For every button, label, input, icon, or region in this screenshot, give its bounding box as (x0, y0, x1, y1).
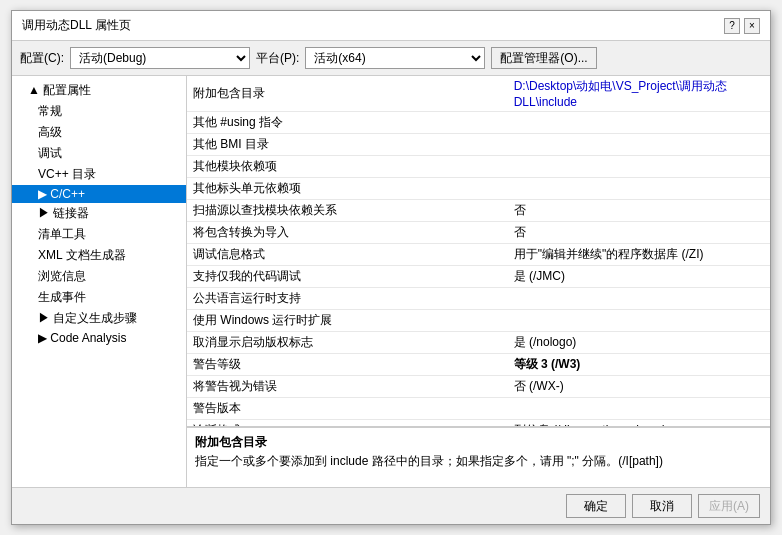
prop-value (508, 156, 770, 178)
prop-value (508, 288, 770, 310)
table-row[interactable]: 将包含转换为导入否 (187, 222, 770, 244)
prop-value: 否 (508, 200, 770, 222)
prop-name: 调试信息格式 (187, 244, 508, 266)
prop-value (508, 112, 770, 134)
prop-name: 其他 BMI 目录 (187, 134, 508, 156)
config-label: 配置(C): (20, 50, 64, 67)
table-row[interactable]: 将警告视为错误否 (/WX-) (187, 376, 770, 398)
help-button[interactable]: ? (724, 18, 740, 34)
property-table: 附加包含目录D:\Desktop\动如电\VS_Project\调用动态DLL\… (187, 76, 770, 427)
dialog-title: 调用动态DLL 属性页 (22, 17, 131, 34)
prop-name: 扫描源以查找模块依赖关系 (187, 200, 508, 222)
tree-item-browse-info[interactable]: 浏览信息 (12, 266, 186, 287)
prop-name: 公共语言运行时支持 (187, 288, 508, 310)
prop-value: 等级 3 (/W3) (508, 354, 770, 376)
tree-item-cpp[interactable]: ▶ C/C++ (12, 185, 186, 203)
prop-name: 警告等级 (187, 354, 508, 376)
table-row[interactable]: 诊断格式列信息 (/diagnostics:column) (187, 420, 770, 428)
cancel-button[interactable]: 取消 (632, 494, 692, 518)
table-row[interactable]: 其他模块依赖项 (187, 156, 770, 178)
prop-value (508, 178, 770, 200)
bottom-bar: 确定 取消 应用(A) (12, 487, 770, 524)
description-panel: 附加包含目录 指定一个或多个要添加到 include 路径中的目录；如果指定多个… (187, 427, 770, 487)
table-row[interactable]: 附加包含目录D:\Desktop\动如电\VS_Project\调用动态DLL\… (187, 76, 770, 112)
apply-button[interactable]: 应用(A) (698, 494, 760, 518)
tree-item-custom-build[interactable]: ▶ 自定义生成步骤 (12, 308, 186, 329)
right-panel: 附加包含目录D:\Desktop\动如电\VS_Project\调用动态DLL\… (187, 76, 770, 487)
table-row[interactable]: 调试信息格式用于"编辑并继续"的程序数据库 (/ZI) (187, 244, 770, 266)
table-row[interactable]: 取消显示启动版权标志是 (/nologo) (187, 332, 770, 354)
platform-select[interactable]: 活动(x64) (305, 47, 485, 69)
tree-item-general[interactable]: 常规 (12, 101, 186, 122)
table-row[interactable]: 使用 Windows 运行时扩展 (187, 310, 770, 332)
tree-item-debug[interactable]: 调试 (12, 143, 186, 164)
table-row[interactable]: 警告等级等级 3 (/W3) (187, 354, 770, 376)
prop-value: 列信息 (/diagnostics:column) (508, 420, 770, 428)
prop-name: 警告版本 (187, 398, 508, 420)
table-row[interactable]: 其他 BMI 目录 (187, 134, 770, 156)
main-content: ▲ 配置属性常规高级调试VC++ 目录▶ C/C++▶ 链接器清单工具XML 文… (12, 76, 770, 487)
prop-name: 使用 Windows 运行时扩展 (187, 310, 508, 332)
prop-name: 其他模块依赖项 (187, 156, 508, 178)
prop-value: 用于"编辑并继续"的程序数据库 (/ZI) (508, 244, 770, 266)
prop-name: 其他 #using 指令 (187, 112, 508, 134)
table-row[interactable]: 公共语言运行时支持 (187, 288, 770, 310)
desc-title: 附加包含目录 (195, 434, 762, 451)
ok-button[interactable]: 确定 (566, 494, 626, 518)
properties-grid: 附加包含目录D:\Desktop\动如电\VS_Project\调用动态DLL\… (187, 76, 770, 427)
tree-item-vc-dirs[interactable]: VC++ 目录 (12, 164, 186, 185)
tree-item-advanced[interactable]: 高级 (12, 122, 186, 143)
title-buttons: ? × (724, 18, 760, 34)
prop-value: 是 (/JMC) (508, 266, 770, 288)
left-panel: ▲ 配置属性常规高级调试VC++ 目录▶ C/C++▶ 链接器清单工具XML 文… (12, 76, 187, 487)
prop-name: 附加包含目录 (187, 76, 508, 112)
prop-value: 是 (/nologo) (508, 332, 770, 354)
prop-value (508, 134, 770, 156)
tree-item-xml-gen[interactable]: XML 文档生成器 (12, 245, 186, 266)
prop-name: 将包含转换为导入 (187, 222, 508, 244)
table-row[interactable]: 其他标头单元依赖项 (187, 178, 770, 200)
platform-label: 平台(P): (256, 50, 299, 67)
dialog: 调用动态DLL 属性页 ? × 配置(C): 活动(Debug) 平台(P): … (11, 10, 771, 525)
prop-name: 其他标头单元依赖项 (187, 178, 508, 200)
config-select[interactable]: 活动(Debug) (70, 47, 250, 69)
desc-text: 指定一个或多个要添加到 include 路径中的目录；如果指定多个，请用 ";"… (195, 453, 762, 470)
prop-value (508, 310, 770, 332)
config-manager-button[interactable]: 配置管理器(O)... (491, 47, 596, 69)
table-row[interactable]: 其他 #using 指令 (187, 112, 770, 134)
tree-item-clean-tool[interactable]: 清单工具 (12, 224, 186, 245)
tree-item-linker[interactable]: ▶ 链接器 (12, 203, 186, 224)
prop-name: 将警告视为错误 (187, 376, 508, 398)
title-bar: 调用动态DLL 属性页 ? × (12, 11, 770, 41)
prop-value: 否 (/WX-) (508, 376, 770, 398)
prop-name: 支持仅我的代码调试 (187, 266, 508, 288)
table-row[interactable]: 警告版本 (187, 398, 770, 420)
prop-name: 取消显示启动版权标志 (187, 332, 508, 354)
table-row[interactable]: 支持仅我的代码调试是 (/JMC) (187, 266, 770, 288)
tree-item-build-events[interactable]: 生成事件 (12, 287, 186, 308)
table-row[interactable]: 扫描源以查找模块依赖关系否 (187, 200, 770, 222)
prop-name: 诊断格式 (187, 420, 508, 428)
close-button[interactable]: × (744, 18, 760, 34)
prop-value: 否 (508, 222, 770, 244)
toolbar: 配置(C): 活动(Debug) 平台(P): 活动(x64) 配置管理器(O)… (12, 41, 770, 76)
tree-item-code-analysis[interactable]: ▶ Code Analysis (12, 329, 186, 347)
prop-value (508, 398, 770, 420)
tree-item-config-props[interactable]: ▲ 配置属性 (12, 80, 186, 101)
prop-value: D:\Desktop\动如电\VS_Project\调用动态DLL\includ… (508, 76, 770, 112)
